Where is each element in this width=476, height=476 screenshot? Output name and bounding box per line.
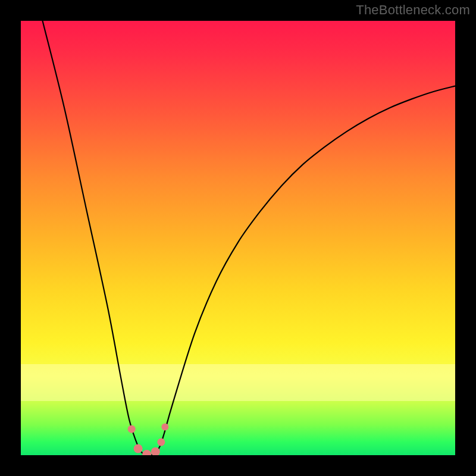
plot-area (21, 21, 455, 455)
bottleneck-curve (43, 21, 456, 455)
marker-dot (134, 444, 143, 453)
curve-svg (21, 21, 455, 455)
marker-dot (161, 424, 168, 431)
chart-frame: TheBottleneck.com (0, 0, 476, 476)
marker-dot (128, 425, 136, 433)
curve-markers (128, 424, 169, 455)
watermark-text: TheBottleneck.com (356, 2, 470, 18)
marker-dot (157, 439, 165, 446)
marker-dot (142, 450, 151, 455)
